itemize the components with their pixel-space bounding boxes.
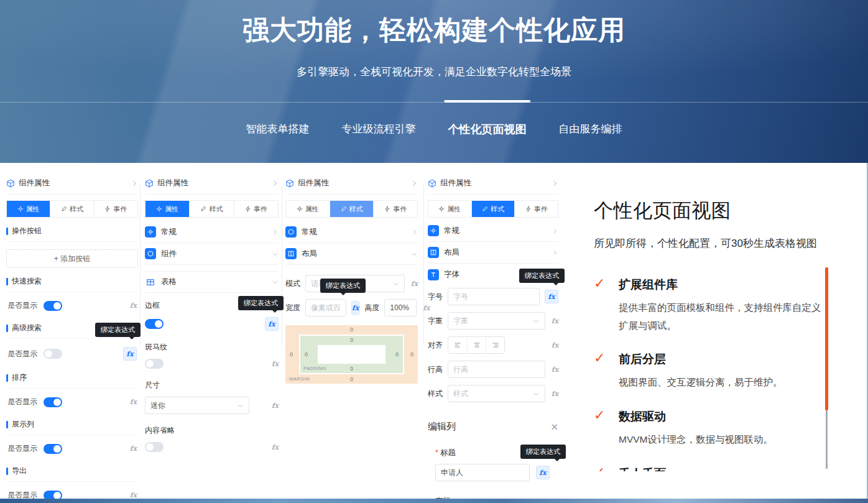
group-general[interactable]: 常规: [145, 221, 279, 243]
height-input[interactable]: [384, 299, 417, 316]
feature-item: ✓ 千人千面 配置化实现，视图内容可由用户自由定义。: [594, 466, 838, 471]
feature-item-title: 前后分层: [619, 351, 838, 367]
show-toggle-row: 是否显示 fx: [6, 435, 138, 458]
width-label: 宽度: [285, 303, 300, 313]
group-component[interactable]: 组件: [145, 243, 279, 265]
chevron-right-icon[interactable]: [131, 180, 138, 187]
tab-properties[interactable]: 属性: [7, 201, 50, 217]
tab-properties[interactable]: 属性: [428, 201, 471, 217]
padding-label: PADDING: [303, 366, 326, 371]
fx-binding-button[interactable]: fx: [552, 317, 558, 325]
show-label: 是否显示: [7, 443, 37, 454]
fx-binding-button[interactable]: fx: [552, 366, 558, 374]
tab-process-engine[interactable]: 专业级流程引擎: [342, 122, 416, 137]
tab-page-view[interactable]: 个性化页面视图: [448, 122, 527, 137]
visibility-toggle[interactable]: [44, 397, 62, 407]
align-right-button[interactable]: [486, 337, 504, 353]
font-icon: [428, 269, 439, 280]
field-zebra: 斑马纹 fx: [145, 342, 279, 369]
hero-section: 强大功能，轻松构建个性化应用 多引擎驱动，全栈可视化开发，满足企业数字化转型全场…: [0, 0, 868, 163]
plus-icon: +: [54, 254, 58, 263]
field-label: 尺寸: [145, 380, 279, 390]
feature-item-desc: MVVM设计理念，数据与视图联动。: [619, 431, 828, 449]
tab-events[interactable]: 事件: [373, 201, 417, 217]
close-icon[interactable]: ✕: [550, 422, 558, 433]
tab-smart-form[interactable]: 智能表单搭建: [246, 122, 310, 137]
visibility-toggle[interactable]: [44, 444, 62, 454]
fx-binding-button-active[interactable]: fx: [351, 301, 359, 315]
tab-style[interactable]: 样式: [330, 201, 374, 217]
add-button[interactable]: + 添加按钮: [6, 249, 138, 268]
tab-properties[interactable]: 属性: [145, 201, 189, 217]
align-left-button[interactable]: [448, 337, 467, 353]
fx-binding-button[interactable]: fx: [272, 443, 279, 451]
group-layout[interactable]: 布局: [285, 243, 418, 265]
box-model-diagram: MARGIN 0 0 0 0 PADDING 0 0 0 0: [285, 325, 418, 384]
fx-binding-button[interactable]: fx: [411, 280, 418, 288]
feature-description: 个性化页面视图 所见即所得，个性化配置，可30秒生成表格视图 ✓ 扩展组件库 提…: [594, 198, 838, 471]
tab-events[interactable]: 事件: [514, 201, 558, 217]
panel-divider: [140, 185, 141, 346]
cube-icon: [285, 226, 297, 238]
style-select[interactable]: 样式: [448, 385, 545, 402]
scroll-thumb[interactable]: [825, 267, 828, 410]
chevron-right-icon[interactable]: [551, 180, 558, 187]
font-weight-select[interactable]: 字重: [448, 312, 545, 330]
visibility-toggle[interactable]: [44, 349, 62, 359]
fx-binding-button[interactable]: fx: [272, 402, 279, 410]
margin-left-value: 0: [290, 351, 293, 358]
group-general[interactable]: 常规: [428, 220, 558, 242]
feature-list: ✓ 扩展组件库 提供丰富的页面模板和组件，支持组件库自定义扩展与调试。 ✓ 前后…: [594, 277, 838, 471]
group-table[interactable]: 表格: [145, 271, 279, 293]
fx-binding-button-active[interactable]: fx: [545, 290, 558, 303]
group-layout[interactable]: 布局: [428, 242, 558, 264]
component-cube-icon: [145, 179, 154, 188]
field-border: 边框 绑定表达式 fx: [145, 300, 279, 331]
scroll-indicator[interactable]: [825, 267, 828, 469]
border-toggle[interactable]: [145, 319, 164, 329]
zebra-toggle[interactable]: [145, 359, 164, 369]
tab-properties[interactable]: 属性: [286, 201, 330, 217]
tab-events[interactable]: 事件: [234, 201, 278, 217]
fx-binding-button-active[interactable]: fx: [536, 466, 550, 479]
fx-binding-button[interactable]: fx: [130, 398, 137, 406]
feature-item-title: 千人千面: [619, 466, 838, 471]
tab-label: 样式: [70, 205, 83, 214]
table-icon: [145, 277, 156, 288]
field-label: 字重: [428, 316, 443, 326]
chevron-down-icon: [533, 390, 540, 397]
chevron-right-icon[interactable]: [271, 180, 279, 187]
fx-binding-button[interactable]: fx: [552, 341, 558, 349]
panel-tab-bar: 属性 样式 事件: [285, 200, 418, 218]
fx-binding-button[interactable]: fx: [130, 445, 137, 453]
chevron-right-icon[interactable]: [410, 180, 418, 187]
tab-style[interactable]: 样式: [471, 201, 515, 217]
padding-right-value: 0: [395, 351, 399, 358]
event-icon: [384, 206, 390, 212]
size-select[interactable]: 迷你: [145, 397, 249, 414]
tab-style[interactable]: 样式: [50, 201, 93, 217]
fx-binding-button[interactable]: fx: [272, 360, 279, 368]
chevron-right-icon: [411, 229, 418, 236]
panel-header: 组件属性: [145, 178, 279, 195]
font-size-input[interactable]: [448, 288, 540, 305]
margin-bottom-value: 0: [350, 376, 353, 382]
align-center-button[interactable]: [467, 337, 486, 353]
visibility-toggle[interactable]: [44, 301, 62, 311]
group-general[interactable]: 常规: [285, 221, 418, 243]
ellipsis-toggle[interactable]: [145, 442, 164, 452]
feature-item: ✓ 扩展组件库 提供丰富的页面模板和组件，支持组件库自定义扩展与调试。: [594, 277, 838, 335]
column-title-input[interactable]: [435, 464, 530, 481]
fx-binding-button[interactable]: fx: [552, 390, 558, 398]
fx-binding-button-active[interactable]: fx: [123, 347, 137, 361]
tab-service-orchestration[interactable]: 自由服务编排: [559, 122, 622, 137]
field-label: 字号: [428, 292, 443, 302]
fx-binding-button-active[interactable]: fx: [265, 317, 279, 331]
tab-style[interactable]: 样式: [189, 201, 233, 217]
field-label: 样式: [428, 389, 443, 399]
width-input[interactable]: [305, 299, 346, 316]
event-icon: [525, 206, 532, 212]
line-height-input[interactable]: [448, 361, 545, 378]
fx-binding-button[interactable]: fx: [130, 302, 137, 310]
tab-events[interactable]: 事件: [94, 201, 137, 217]
